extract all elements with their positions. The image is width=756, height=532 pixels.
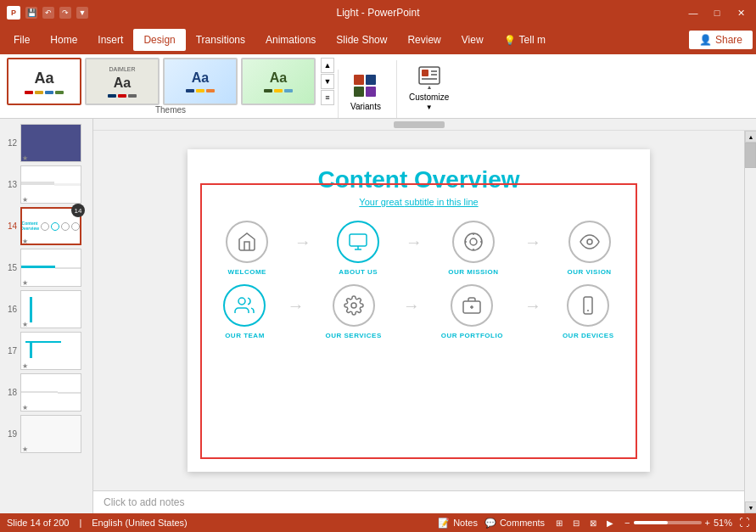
customize-icon [416,64,443,91]
editor-area: Content Overview Your great subtitle in … [93,131,744,513]
minimize-btn[interactable]: — [685,4,702,21]
fit-screen-btn[interactable]: ⛶ [739,517,749,529]
app-icon: P [7,6,20,20]
thumb-img-12[interactable] [20,124,81,162]
zoom-control: − + 51% [624,518,732,528]
main-area: 12 ★ 13 ★ 14 Content Overview [0,119,756,513]
slide-num-17: 17 [3,346,17,356]
window-controls: — □ ✕ [685,4,749,21]
slide-num-13: 13 [3,180,17,189]
theme-green[interactable]: Aa [241,58,316,105]
slide-thumb-16[interactable]: 16 ★ [0,288,92,330]
hscroll-bar[interactable] [93,119,756,131]
zoom-slider[interactable] [634,521,702,524]
notes-btn[interactable]: 📝 Notes [438,518,478,529]
slide-item-welcome: WELCOME [226,221,268,276]
title-bar-left: P 💾 ↶ ↷ ▼ [7,6,88,20]
ribbon: Aa DAIMLER Aa [0,54,756,119]
slide-thumb-12[interactable]: 12 ★ [0,122,92,164]
slide-num-18: 18 [3,388,17,397]
slide-thumb-14[interactable]: 14 Content Overview 14 ★ [0,205,92,247]
slide-thumb-19[interactable]: 19 ★ [0,413,92,455]
thumb-img-19[interactable] [20,415,81,453]
slide-sorter-btn[interactable]: ⊟ [568,515,584,530]
theme-blue[interactable]: Aa [163,58,238,105]
variants-button[interactable]: Variants [345,70,386,115]
subtitle-before: Your great [359,197,404,207]
notes-area[interactable]: Click to add notes [93,490,744,513]
zoom-fill [634,521,669,524]
zoom-minus[interactable]: − [624,518,630,528]
share-button[interactable]: 👤 Share [689,31,753,49]
menu-design[interactable]: Design [133,29,185,51]
slideshow-btn[interactable]: ▶ [602,515,618,530]
scroll-thumb[interactable] [745,143,756,168]
arrow-7-8: → [524,296,541,316]
thumb-img-13[interactable] [20,165,81,204]
menu-transitions[interactable]: Transitions [186,29,255,51]
status-bar: Slide 14 of 200 | English (United States… [0,513,756,532]
services-label: OUR SERVICES [325,332,381,339]
aboutus-label: ABOUT US [339,268,378,276]
slide-item-aboutus: ABOUT US [337,221,379,276]
slide-thumb-18[interactable]: 18 ★ [0,372,92,413]
theme-scroll-down[interactable]: ≡ [321,90,334,105]
menu-view[interactable]: View [451,29,494,51]
save-quick-btn[interactable]: 💾 [25,7,37,19]
reading-view-btn[interactable]: ⊠ [585,515,601,530]
svg-point-21 [351,303,356,308]
slide-thumb-15[interactable]: 15 ★ [0,247,92,288]
arrow-2-3: → [406,232,423,252]
vertical-scrollbar[interactable]: ▲ ▼ [744,131,756,513]
slide-14-badge: 14 [71,204,85,217]
maximize-btn[interactable]: □ [708,4,725,21]
customize-quick-btn[interactable]: ▼ [76,7,88,19]
scroll-up-btn[interactable]: ▲ [745,131,756,143]
theme-scroll-up[interactable]: ▲ [321,58,334,73]
slide-panel[interactable]: 12 ★ 13 ★ 14 Content Overview [0,119,93,513]
notes-icon: 📝 [438,518,450,529]
customize-button[interactable]: Customize ▼ [404,60,454,115]
thumb-star-14: ★ [22,238,28,245]
slide-14[interactable]: Content Overview Your great subtitle in … [188,149,650,472]
slide-item-devices: OUR DEVICES [563,284,614,339]
menu-slideshow[interactable]: Slide Show [326,29,397,51]
zoom-plus[interactable]: + [705,518,710,528]
menu-tellme[interactable]: 💡 Tell m [494,29,556,51]
hscroll-thumb[interactable] [394,121,445,128]
variants-section: Variants [338,70,393,118]
scroll-down-btn[interactable]: ▼ [745,501,756,513]
normal-view-btn[interactable]: ⊞ [552,515,567,530]
redo-quick-btn[interactable]: ↷ [59,7,71,19]
menu-insert[interactable]: Insert [87,29,133,51]
close-btn[interactable]: ✕ [732,4,749,21]
slide-thumb-17[interactable]: 17 ★ [0,330,92,372]
thumb-img-16[interactable] [20,290,81,328]
menu-file[interactable]: File [3,29,40,51]
services-icon-circle [333,284,375,327]
menu-review[interactable]: Review [397,29,451,51]
theme-daimler[interactable]: DAIMLER Aa [85,58,160,105]
view-buttons: ⊞ ⊟ ⊠ ▶ [552,515,618,530]
comments-label: Comments [500,518,545,528]
slide-info: Slide 14 of 200 [7,518,69,528]
mission-label: OUR MISSION [448,268,498,276]
thumb-img-15[interactable] [20,249,81,287]
thumb-img-18[interactable] [20,373,81,412]
theme-scroll-more[interactable]: ▼ [321,74,334,89]
theme-default[interactable]: Aa [7,58,81,105]
title-bar: P 💾 ↶ ↷ ▼ Light - PowerPoint — □ ✕ [0,0,756,25]
thumb-star-15: ★ [22,279,28,287]
scroll-track [745,143,756,501]
thumb-img-17[interactable] [20,332,81,370]
vision-icon-circle [568,221,611,263]
menu-home[interactable]: Home [40,29,87,51]
menu-animations[interactable]: Animations [255,29,326,51]
undo-quick-btn[interactable]: ↶ [42,7,54,19]
devices-icon-circle [567,284,609,327]
svg-point-19 [587,239,592,244]
arrow-1-2: → [294,232,311,252]
slide-thumb-13[interactable]: 13 ★ [0,164,92,205]
comments-btn[interactable]: 💬 Comments [484,518,545,529]
slide-container: Content Overview Your great subtitle in … [93,131,744,490]
